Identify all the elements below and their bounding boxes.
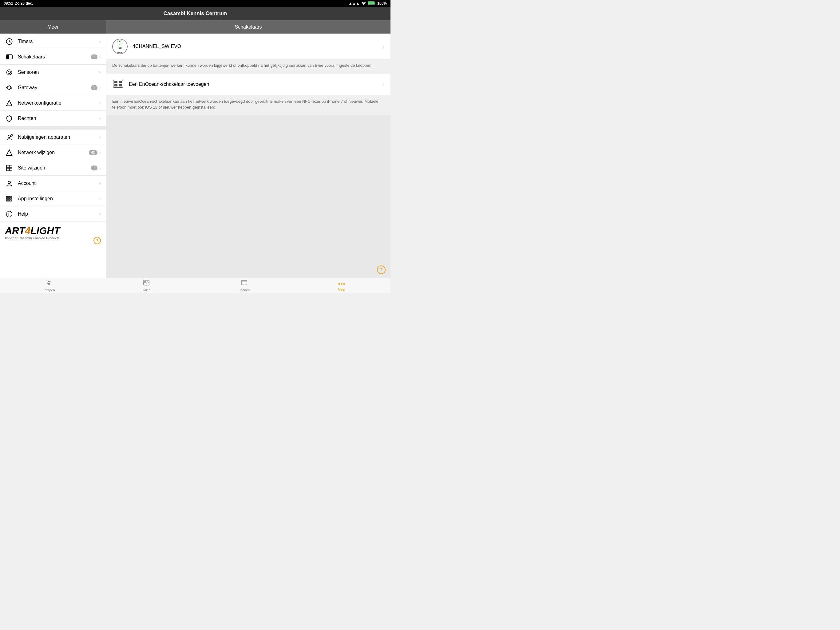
wifi-icon: [361, 1, 366, 6]
add-switch-card: Een EnOcean-schakelaar toevoegen › Een n…: [106, 73, 390, 115]
tab-meer[interactable]: Meer: [0, 20, 106, 33]
svg-rect-18: [6, 198, 8, 199]
lamp-icon: [46, 279, 52, 288]
sidebar-logo-area: ART4LIGHT Importer Casambi Enabled Produ…: [0, 222, 106, 247]
svg-point-16: [8, 181, 11, 184]
sidebar-item-label-nabijgelegen: Nabijgelegen apparaten: [18, 135, 99, 140]
sidebar-item-label-help: Help: [18, 211, 99, 217]
device-logo-x-text: ✕: [119, 43, 121, 46]
sidebar-item-label-schakelaars: Schakelaars: [18, 54, 91, 60]
status-date: Zo 20 dec.: [15, 1, 33, 6]
tab-meer-label: Meer: [47, 24, 58, 30]
network-change-icon: [5, 148, 14, 157]
chevron-icon-rechten: ›: [99, 116, 101, 121]
bottom-tab-galerij-label: Galerij: [141, 288, 151, 292]
tab-schakelaars[interactable]: Schakelaars: [106, 20, 390, 33]
site-wijzigen-badge: 1: [91, 166, 98, 171]
svg-rect-15: [9, 168, 12, 171]
svg-rect-31: [114, 84, 117, 86]
add-switch-chevron-icon: ›: [383, 82, 384, 87]
account-icon: [5, 179, 14, 188]
tab-schakelaars-label: Schakelaars: [235, 24, 262, 30]
add-switch-label: Een EnOcean-schakelaar toevoegen: [129, 82, 383, 87]
logo-light: LIGHT: [30, 225, 60, 236]
svg-rect-13: [9, 165, 12, 168]
sidebar: Timers › Schakelaars 1 ›: [0, 34, 106, 278]
help-question-content-button[interactable]: ?: [377, 266, 385, 274]
status-bar-left: 08:51 Zo 20 dec.: [4, 1, 33, 6]
bottom-tab-lampen[interactable]: Lampen: [0, 278, 98, 293]
svg-rect-23: [10, 196, 11, 198]
main-layout: Timers › Schakelaars 1 ›: [0, 34, 390, 278]
chevron-icon-sensoren: ›: [99, 70, 101, 75]
svg-rect-30: [119, 81, 122, 83]
chevron-icon-gateway: ›: [99, 85, 101, 90]
app-header: Casambi Kennis Centrum: [0, 7, 390, 20]
device-logo-dots: [117, 52, 122, 53]
svg-rect-21: [8, 198, 9, 199]
sensor-icon: [5, 68, 14, 77]
device-chevron-icon: ›: [383, 44, 384, 49]
gateway-icon: [5, 83, 14, 92]
status-bar: 08:51 Zo 20 dec. ▲▲▲ 100%: [0, 0, 390, 7]
dot-3: [121, 52, 122, 53]
device-logo-go-text: GO: [117, 46, 122, 50]
svg-rect-22: [8, 200, 9, 201]
sidebar-item-label-sensoren: Sensoren: [18, 70, 99, 75]
gateway-badge: 1: [91, 85, 98, 90]
svg-rect-40: [242, 280, 247, 285]
svg-text:A: A: [144, 282, 145, 283]
device-card: LED ✕ GO 4CHANNEL_SW EVO › De schakelaar…: [106, 34, 390, 73]
site-icon: [5, 164, 14, 172]
svg-point-44: [338, 283, 340, 285]
bottom-tab-scenes[interactable]: Scènes: [195, 278, 293, 293]
sidebar-item-netwerk-wijzigen[interactable]: Netwerk wijzigen 40 ›: [0, 145, 106, 160]
chevron-icon-site-wijzigen: ›: [99, 165, 101, 171]
sidebar-item-site-wijzigen[interactable]: Site wijzigen 1 ›: [0, 160, 106, 176]
chevron-icon-app-instellingen: ›: [99, 196, 101, 201]
scenes-icon: [241, 279, 248, 288]
sidebar-section-1: Timers › Schakelaars 1 ›: [0, 34, 106, 127]
clock-icon: [5, 37, 14, 46]
chevron-icon-schakelaars: ›: [99, 54, 101, 60]
sidebar-item-nabijgelegen[interactable]: Nabijgelegen apparaten ›: [0, 130, 106, 145]
sidebar-item-rechten[interactable]: Rechten ›: [0, 111, 106, 126]
help-question-sidebar-button[interactable]: ?: [93, 237, 101, 244]
network-icon: [5, 99, 14, 108]
shield-icon: [5, 114, 14, 123]
sidebar-item-sensoren[interactable]: Sensoren ›: [0, 65, 106, 80]
sidebar-item-gateway[interactable]: Gateway 1 ›: [0, 80, 106, 95]
svg-point-6: [8, 71, 11, 73]
device-row[interactable]: LED ✕ GO 4CHANNEL_SW EVO ›: [106, 34, 390, 59]
sidebar-section-2: Nabijgelegen apparaten › Netwerk wijzige…: [0, 130, 106, 222]
header-title: Casambi Kennis Centrum: [164, 11, 227, 17]
gallery-icon: A: [143, 279, 150, 288]
svg-rect-32: [119, 84, 122, 86]
signal-icon: ▲▲▲: [349, 1, 360, 6]
netwerk-wijzigen-badge: 40: [89, 150, 97, 155]
battery-icon: [368, 1, 376, 6]
device-logo: LED ✕ GO: [112, 39, 128, 54]
bottom-tab-galerij[interactable]: A Galerij: [98, 278, 196, 293]
svg-line-36: [51, 281, 51, 282]
sidebar-item-timers[interactable]: Timers ›: [0, 34, 106, 49]
add-switch-row[interactable]: Een EnOcean-schakelaar toevoegen ›: [106, 73, 390, 95]
sidebar-item-help[interactable]: i Help ›: [0, 206, 106, 222]
chevron-icon-help: ›: [99, 211, 101, 217]
svg-rect-17: [6, 196, 8, 198]
sidebar-item-account[interactable]: Account ›: [0, 176, 106, 191]
enocean-icon: [112, 78, 124, 90]
device-description: De schakelaars die op batterijen werken,…: [106, 59, 390, 73]
sidebar-item-app-instellingen[interactable]: App-instellingen ›: [0, 191, 106, 206]
sidebar-item-schakelaars[interactable]: Schakelaars 1 ›: [0, 49, 106, 65]
switch-icon: [5, 52, 14, 61]
chevron-icon-account: ›: [99, 180, 101, 186]
svg-rect-25: [10, 200, 11, 201]
bottom-tab-meer[interactable]: Meer: [293, 278, 391, 293]
settings-icon: [5, 195, 14, 203]
logo-subtitle: Importer Casambi Enabled Products: [5, 236, 101, 240]
svg-line-35: [47, 281, 47, 282]
sidebar-item-netwerkconfiguratie[interactable]: Netwerkconfiguratie ›: [0, 95, 106, 111]
svg-point-46: [343, 283, 345, 285]
svg-rect-1: [375, 2, 376, 4]
